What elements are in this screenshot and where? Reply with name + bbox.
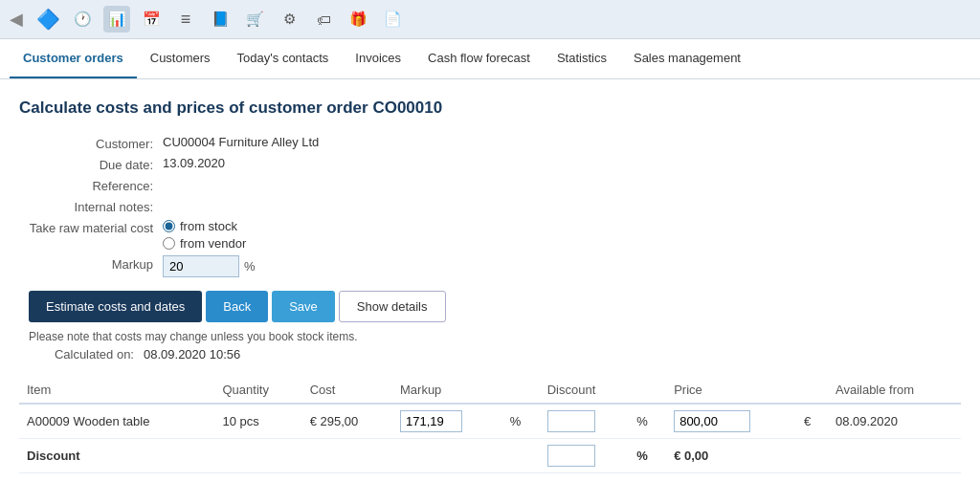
item-discount-input-cell — [540, 404, 629, 439]
item-quantity: 10 pcs — [214, 404, 301, 439]
discount-row: Discount % € 0,00 — [19, 439, 961, 473]
customer-label: Customer: — [29, 135, 163, 151]
discount-label: Discount — [19, 439, 214, 473]
col-markup: Markup — [392, 377, 540, 404]
raw-material-label: Take raw material cost — [29, 219, 163, 235]
item-markup-input-cell — [392, 404, 502, 439]
raw-material-row: Take raw material cost from stock from v… — [29, 219, 961, 251]
tab-cash-flow-forecast[interactable]: Cash flow forecast — [414, 39, 544, 78]
col-discount: Discount — [540, 377, 666, 404]
internal-notes-row: Internal notes: — [29, 198, 961, 214]
doc-icon[interactable]: 📄 — [379, 6, 406, 33]
tag-icon[interactable]: 🏷 — [310, 6, 337, 33]
item-discount-unit: % — [629, 404, 666, 439]
total-price: € 800,00 — [666, 473, 828, 483]
radio-from-vendor[interactable]: from vendor — [163, 236, 246, 251]
reference-label: Reference: — [29, 177, 163, 193]
tab-customers[interactable]: Customers — [137, 39, 224, 78]
book-icon[interactable]: 📘 — [207, 6, 234, 33]
col-available-from: Available from — [828, 377, 961, 404]
due-date-value: 13.09.2020 — [163, 156, 225, 170]
item-markup-unit: % — [502, 404, 540, 439]
page-title: Calculate costs and prices of customer o… — [19, 99, 961, 118]
internal-notes-label: Internal notes: — [29, 198, 163, 214]
col-price: Price — [666, 377, 828, 404]
tab-sales-management[interactable]: Sales management — [620, 39, 754, 78]
items-table: Item Quantity Cost Markup Discount Price… — [19, 377, 961, 482]
nav-tabs: Customer orders Customers Today's contac… — [0, 39, 980, 79]
calculated-on-row: Calculated on: 08.09.2020 10:56 — [29, 347, 961, 362]
markup-input[interactable] — [163, 255, 239, 277]
col-item: Item — [19, 377, 214, 404]
item-name: A00009 Wooden table — [19, 404, 214, 439]
total-cost: € 295,00 — [302, 473, 392, 483]
col-quantity: Quantity — [214, 377, 301, 404]
reference-row: Reference: — [29, 177, 961, 193]
show-details-button[interactable]: Show details — [339, 291, 446, 322]
action-buttons: Estimate costs and dates Back Save Show … — [29, 291, 961, 322]
radio-from-vendor-label: from vendor — [180, 236, 246, 251]
total-available-from: 08.09.2020 — [828, 473, 961, 483]
discount-row-input[interactable] — [547, 445, 595, 467]
item-price-currency: € — [796, 404, 828, 439]
main-content: Calculate costs and prices of customer o… — [0, 79, 980, 482]
top-icon-bar: ◀ 🔷 🕐 📊 📅 ≡ 📘 🛒 ⚙ 🏷 🎁 📄 — [0, 0, 980, 39]
tab-customer-orders[interactable]: Customer orders — [10, 39, 137, 78]
markup-unit: % — [244, 259, 256, 274]
markup-row: Markup % — [29, 255, 961, 277]
discount-row-input-cell — [540, 439, 629, 473]
item-price-input[interactable] — [674, 410, 750, 432]
note-text: Please note that costs may change unless… — [29, 330, 961, 343]
list-icon[interactable]: ≡ — [172, 6, 199, 33]
due-date-row: Due date: 13.09.2020 — [29, 156, 961, 172]
form-fields: Customer: CU00004 Furniture Alley Ltd Du… — [29, 135, 961, 277]
radio-from-stock-label: from stock — [180, 219, 237, 233]
item-cost: € 295,00 — [302, 404, 392, 439]
tab-todays-contacts[interactable]: Today's contacts — [224, 39, 343, 78]
estimate-costs-dates-button[interactable]: Estimate costs and dates — [29, 291, 202, 322]
calculated-on-label: Calculated on: — [29, 347, 144, 362]
customer-row: Customer: CU00004 Furniture Alley Ltd — [29, 135, 961, 151]
item-available-from: 08.09.2020 — [828, 404, 961, 439]
radio-from-stock[interactable]: from stock — [163, 219, 246, 233]
back-arrow-icon[interactable]: ◀ — [10, 9, 23, 30]
settings-icon[interactable]: ⚙ — [276, 6, 302, 33]
col-cost: Cost — [302, 377, 392, 404]
cart-icon[interactable]: 🛒 — [241, 6, 268, 33]
table-row: A00009 Wooden table 10 pcs € 295,00 % % … — [19, 404, 961, 439]
customer-value: CU00004 Furniture Alley Ltd — [163, 135, 319, 149]
markup-input-group: % — [163, 255, 256, 277]
table-header-row: Item Quantity Cost Markup Discount Price… — [19, 377, 961, 404]
chart-icon[interactable]: 📊 — [103, 6, 130, 33]
discount-row-unit: % — [629, 439, 666, 473]
item-price-input-cell — [666, 404, 796, 439]
tab-invoices[interactable]: Invoices — [342, 39, 414, 78]
due-date-label: Due date: — [29, 156, 163, 172]
item-markup-input[interactable] — [400, 410, 462, 432]
discount-row-price: € 0,00 — [666, 439, 828, 473]
gift-icon[interactable]: 🎁 — [345, 6, 371, 33]
back-button[interactable]: Back — [206, 291, 268, 322]
item-discount-input[interactable] — [547, 410, 595, 432]
total-label: Total: — [19, 473, 214, 483]
calendar-icon[interactable]: 📅 — [138, 6, 165, 33]
markup-label: Markup — [29, 255, 163, 272]
tab-statistics[interactable]: Statistics — [544, 39, 620, 78]
recent-icon[interactable]: 🕐 — [69, 6, 96, 33]
app-logo-icon: 🔷 — [34, 6, 61, 33]
total-row: Total: € 295,00 € 800,00 08.09.2020 — [19, 473, 961, 483]
calculated-on-value: 08.09.2020 10:56 — [144, 347, 240, 362]
raw-material-radio-group: from stock from vendor — [163, 219, 246, 251]
save-button[interactable]: Save — [272, 291, 335, 322]
